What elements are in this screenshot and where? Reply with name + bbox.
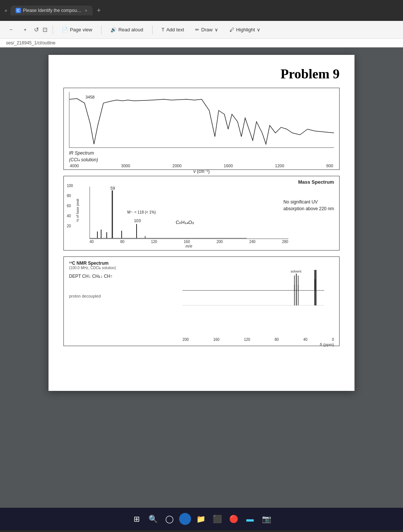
- new-tab-button[interactable]: +: [97, 7, 101, 15]
- highlight-chevron-icon: ∨: [257, 27, 260, 32]
- draw-icon: ✏: [195, 27, 199, 32]
- svg-text:C₆H₁₄O₂: C₆H₁₄O₂: [176, 220, 194, 225]
- active-tab[interactable]: C Please Identify the compound ar ×: [10, 6, 93, 15]
- draw-chevron-icon: ∨: [215, 27, 218, 32]
- zoom-in-button[interactable]: +: [20, 25, 31, 34]
- uv-note: No significant UV absorption above 220 n…: [284, 199, 334, 212]
- svg-text:103: 103: [134, 218, 141, 223]
- nmr-svg: solvent: [182, 268, 324, 335]
- tab-label: Please Identify the compound ar: [23, 8, 83, 13]
- mass-chart-area: 59 103 M⁺· = 118 (< 1%) C₆H₁₄O₂: [90, 187, 288, 239]
- add-text-icon: T: [162, 27, 165, 32]
- highlight-icon: 🖊: [229, 27, 234, 32]
- taskbar-camera-icon[interactable]: 📷: [260, 512, 273, 526]
- zoom-out-button[interactable]: −: [6, 25, 16, 34]
- taskbar-explorer-icon[interactable]: 📁: [194, 512, 207, 526]
- mass-x-axis: 4080120160200240280: [90, 240, 288, 244]
- taskbar-dash-icon[interactable]: ▬: [243, 512, 257, 526]
- ir-subtitle: (CCl₄ solution): [69, 157, 98, 162]
- svg-text:59: 59: [110, 187, 115, 190]
- nmr-title: ¹³C NMR Spectrum: [69, 261, 334, 266]
- separator-3: [152, 25, 153, 34]
- draw-button[interactable]: ✏ Draw ∨: [191, 25, 222, 34]
- read-aloud-icon: 🔊: [110, 27, 116, 32]
- ir-spectrum-container: 3458 IR Spectrum (CCl₄ solution) 4000 30…: [63, 88, 340, 170]
- ir-title: IR Spectrum: [69, 150, 94, 156]
- close-tab-icon[interactable]: ×: [4, 8, 7, 13]
- add-text-button[interactable]: T Add text: [158, 25, 188, 34]
- ir-axis-title: ν (cm⁻¹): [69, 169, 334, 174]
- nmr-chart: solvent 20016012080400 δ (ppm): [182, 268, 334, 335]
- ir-chart-area: [69, 92, 334, 148]
- taskbar-media-icon[interactable]: 🔴: [227, 512, 240, 526]
- fit-page-icon[interactable]: ⊡: [43, 26, 47, 33]
- mass-spectrum-svg: 59 103 M⁺· = 118 (< 1%) C₆H₁₄O₂: [90, 187, 247, 239]
- mass-x-title: m/e: [90, 244, 288, 248]
- taskbar-store-icon[interactable]: ⬛: [210, 512, 224, 526]
- keyboard-area: @ # $ % F2 q× F3 q) F4 q) F5 pll F6 ⚙ F7: [0, 530, 403, 532]
- mass-spectrum-container: Mass Spectrum 100 80 60 40 20 % of base …: [63, 176, 340, 251]
- tab-close-btn[interactable]: ×: [85, 8, 87, 13]
- page-view-icon: 📄: [62, 27, 68, 32]
- problem-heading: Problem 9: [63, 66, 340, 82]
- ir-x-axis: 4000 3000 2000 1600 1200 800: [69, 164, 334, 168]
- taskbar-windows-icon[interactable]: ⊞: [130, 512, 143, 526]
- breadcrumb: ses/_218945_1/cl/outline: [0, 39, 403, 47]
- toolbar: − + ↺ ⊡ 📄 Page view 🔊 Read aloud T Add t…: [0, 21, 403, 39]
- nmr-x-title: δ (ppm): [182, 342, 334, 347]
- taskbar-task-view-icon[interactable]: ◯: [163, 512, 176, 526]
- taskbar-search-icon[interactable]: 🔍: [146, 512, 160, 526]
- highlight-button[interactable]: 🖊 Highlight ∨: [226, 25, 265, 34]
- svg-text:M⁺· = 118 (< 1%): M⁺· = 118 (< 1%): [127, 210, 156, 214]
- page-content: Problem 9 3458 IR Spectrum (CCl₄ solutio…: [49, 55, 354, 391]
- mass-y-label: % of base peak: [76, 199, 79, 222]
- mass-spectrum-title: Mass Spectrum: [298, 179, 334, 185]
- taskbar-edge-icon[interactable]: [179, 513, 191, 525]
- tab-favicon: C: [16, 8, 21, 13]
- browser-chrome: × C Please Identify the compound ar × +: [0, 0, 403, 21]
- taskbar: ⊞ 🔍 ◯ 📁 ⬛ 🔴 ▬ 📷: [0, 508, 403, 530]
- refresh-icon[interactable]: ↺: [34, 26, 39, 33]
- nmr-x-axis: 20016012080400: [182, 337, 334, 342]
- nmr-container: ¹³C NMR Spectrum (100.0 MHz, CDCl₃ solut…: [63, 256, 340, 346]
- separator-1: [53, 25, 53, 34]
- read-aloud-button[interactable]: 🔊 Read aloud: [107, 25, 147, 34]
- mass-y-axis: 100 80 60 40 20: [67, 184, 73, 228]
- separator-2: [101, 25, 101, 34]
- page-view-button[interactable]: 📄 Page view: [58, 25, 96, 34]
- document-area: Problem 9 3458 IR Spectrum (CCl₄ solutio…: [0, 47, 403, 508]
- svg-text:solvent: solvent: [291, 270, 302, 273]
- ir-spectrum-svg: [69, 92, 334, 148]
